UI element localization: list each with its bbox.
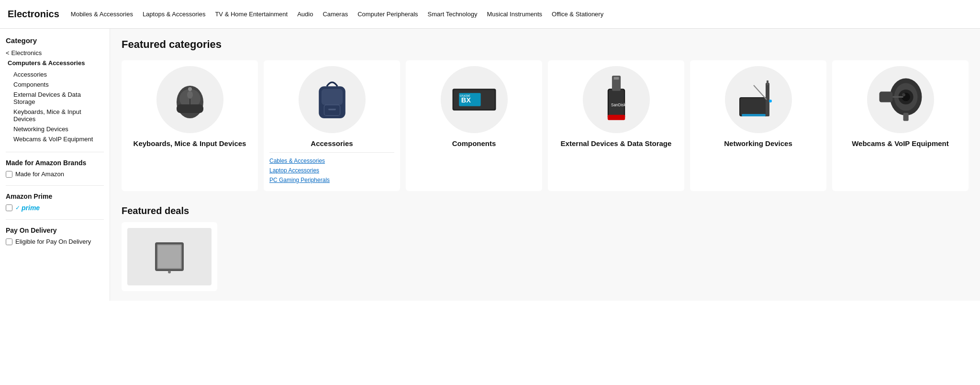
main-content: Featured categories Keyboards, Mice & In… <box>110 29 980 301</box>
category-icon-circle-2: BX crucial <box>441 66 508 133</box>
sidebar-pay-on-delivery-section: Pay On Delivery Eligible for Pay On Deli… <box>6 219 104 245</box>
category-name-0: Keyboards, Mice & Input Devices <box>127 139 252 148</box>
prime-text: prime <box>22 204 40 212</box>
sidebar-back-label: Electronics <box>11 49 42 57</box>
pay-on-delivery-label: Eligible for Pay On Delivery <box>15 238 91 245</box>
category-icon-circle-4 <box>725 66 792 133</box>
nav-link-musical-instruments[interactable]: Musical Instruments <box>487 11 542 18</box>
pay-on-delivery-checkbox[interactable] <box>6 238 12 245</box>
svg-rect-22 <box>740 98 767 115</box>
svg-rect-20 <box>607 115 624 120</box>
category-card-3[interactable]: SanDisk External Devices & Data Storage <box>548 60 684 191</box>
svg-rect-19 <box>613 77 619 79</box>
category-card-2[interactable]: BX crucial Components <box>406 60 542 191</box>
sidebar-item-keyboards--mice---input-devices[interactable]: Keyboards, Mice & Input Devices <box>6 107 104 124</box>
featured-categories-heading: Featured categories <box>122 38 969 51</box>
chevron-left-icon: < <box>6 49 10 57</box>
category-name-5: Webcams & VoIP Equipment <box>838 139 963 148</box>
nav-link-smart-technology[interactable]: Smart Technology <box>428 11 478 18</box>
svg-text:crucial: crucial <box>460 93 470 98</box>
category-grid: Keyboards, Mice & Input Devices Accessor… <box>122 60 969 191</box>
nav-link-cameras[interactable]: Cameras <box>323 11 348 18</box>
sidebar-item-networking-devices[interactable]: Networking Devices <box>6 124 104 134</box>
svg-rect-8 <box>324 105 340 115</box>
brand-logo: Electronics <box>8 9 59 20</box>
sidebar-category-list: AccessoriesComponentsExternal Devices & … <box>6 69 104 144</box>
made-for-amazon-label: Made for Amazon <box>15 170 64 178</box>
top-navigation: Electronics Mobiles & AccessoriesLaptops… <box>0 0 980 29</box>
svg-rect-38 <box>158 245 181 268</box>
made-for-amazon-row: Made for Amazon <box>6 170 104 178</box>
category-card-0[interactable]: Keyboards, Mice & Input Devices <box>122 60 258 191</box>
nav-link-office---stationery[interactable]: Office & Stationery <box>552 11 603 18</box>
nav-link-mobiles---accessories[interactable]: Mobiles & Accessories <box>71 11 133 18</box>
svg-text:BX: BX <box>461 96 470 104</box>
svg-rect-9 <box>328 109 336 110</box>
deals-grid <box>122 222 969 291</box>
sidebar: Category < Electronics Computers & Acces… <box>0 29 110 301</box>
pay-on-delivery-title: Pay On Delivery <box>6 226 104 234</box>
category-icon-circle-1 <box>299 66 366 133</box>
pay-on-delivery-row: Eligible for Pay On Delivery <box>6 238 104 245</box>
category-name-4: Networking Devices <box>696 139 821 148</box>
svg-rect-34 <box>879 91 892 102</box>
category-name-2: Components <box>412 139 536 148</box>
svg-rect-26 <box>742 114 766 116</box>
category-card-4[interactable]: Networking Devices <box>690 60 826 191</box>
category-card-1[interactable]: AccessoriesCables & AccessoriesLaptop Ac… <box>264 60 400 191</box>
sidebar-item-components[interactable]: Components <box>6 79 104 90</box>
prime-check-icon: ✓ <box>15 204 20 211</box>
svg-rect-7 <box>321 89 342 105</box>
deal-image <box>127 228 212 285</box>
category-sub-links-1: Cables & AccessoriesLaptop AccessoriesPC… <box>269 152 394 183</box>
svg-rect-24 <box>767 80 768 85</box>
nav-link-laptops---accessories[interactable]: Laptops & Accessories <box>143 11 206 18</box>
category-icon-circle-5 <box>867 66 934 133</box>
amazon-prime-checkbox[interactable] <box>6 204 12 211</box>
svg-point-32 <box>902 93 905 97</box>
sidebar-made-for-amazon-section: Made for Amazon Brands Made for Amazon <box>6 152 104 178</box>
main-layout: Category < Electronics Computers & Acces… <box>0 29 980 301</box>
sidebar-category-title: Category <box>6 36 104 45</box>
category-name-1: Accessories <box>269 139 394 148</box>
category-icon-circle-3: SanDisk <box>583 66 650 133</box>
prime-label: ✓ prime <box>15 204 40 212</box>
sub-link-pc-gaming-peripherals[interactable]: PC Gaming Peripherals <box>269 177 330 183</box>
sidebar-amazon-prime-section: Amazon Prime ✓ prime <box>6 185 104 212</box>
made-for-amazon-checkbox[interactable] <box>6 171 12 178</box>
svg-rect-33 <box>903 113 908 121</box>
deal-card <box>122 222 217 291</box>
svg-text:SanDisk: SanDisk <box>611 103 626 107</box>
tablet-icon <box>150 238 189 276</box>
svg-rect-4 <box>177 104 203 113</box>
category-icon-circle-0 <box>156 66 223 133</box>
nav-link-computer-peripherals[interactable]: Computer Peripherals <box>357 11 418 18</box>
sidebar-item-external-devices---data-storage[interactable]: External Devices & Data Storage <box>6 90 104 107</box>
sidebar-computers-header: Computers & Accessories <box>8 59 104 67</box>
sidebar-item-webcams---voip-equipment[interactable]: Webcams & VoIP Equipment <box>6 134 104 144</box>
made-for-amazon-title: Made for Amazon Brands <box>6 159 104 167</box>
nav-links-container: Mobiles & AccessoriesLaptops & Accessori… <box>71 11 603 18</box>
nav-link-audio[interactable]: Audio <box>297 11 313 18</box>
sub-link-cables---accessories[interactable]: Cables & Accessories <box>269 158 325 164</box>
svg-point-27 <box>769 100 772 102</box>
featured-deals-heading: Featured deals <box>122 205 969 216</box>
amazon-prime-row: ✓ prime <box>6 204 104 212</box>
svg-point-39 <box>168 271 171 273</box>
nav-link-tv---home-entertainment[interactable]: TV & Home Entertainment <box>215 11 288 18</box>
category-name-3: External Devices & Data Storage <box>554 139 679 148</box>
sub-link-laptop-accessories[interactable]: Laptop Accessories <box>269 167 319 174</box>
svg-point-3 <box>187 91 193 99</box>
sidebar-back-link[interactable]: < Electronics <box>6 49 104 57</box>
amazon-prime-title: Amazon Prime <box>6 192 104 200</box>
svg-point-5 <box>188 87 192 91</box>
category-card-5[interactable]: Webcams & VoIP Equipment <box>832 60 969 191</box>
sidebar-item-accessories[interactable]: Accessories <box>6 69 104 79</box>
